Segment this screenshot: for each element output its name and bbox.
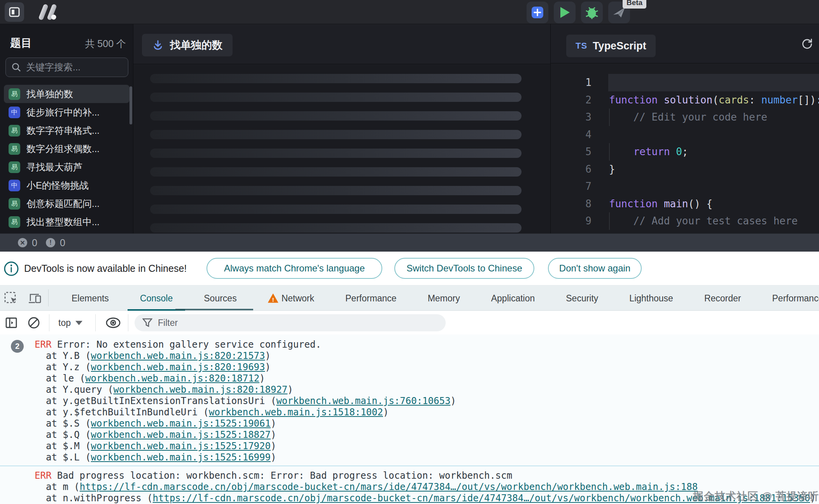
code-line[interactable]: 9 // Add your test cases here xyxy=(551,212,819,230)
inspect-element-icon[interactable] xyxy=(4,291,18,305)
filter-funnel-icon xyxy=(142,318,152,327)
source-link[interactable]: workbench.web.main.js:1525:16999 xyxy=(91,452,271,463)
reset-code-button[interactable] xyxy=(801,38,813,50)
sidebar-item[interactable]: 易找单独的数 xyxy=(4,85,130,103)
match-language-button[interactable]: Always match Chrome's language xyxy=(206,258,382,279)
sidebar-item[interactable]: 易数字分组求偶数... xyxy=(4,140,130,158)
source-link[interactable]: workbench.web.main.js:820:18712 xyxy=(85,373,259,384)
problem-list: 易找单独的数中徒步旅行中的补...易数字字符串格式...易数字分组求偶数...易… xyxy=(0,85,133,231)
stack-frame: at Y.query (workbench.web.main.js:820:18… xyxy=(0,384,819,396)
message-divider xyxy=(0,466,819,466)
sidebar-item[interactable]: 中小E的怪物挑战 xyxy=(4,176,130,194)
switch-to-chinese-button[interactable]: Switch DevTools to Chinese xyxy=(394,258,534,279)
devtools-tab-recorder[interactable]: Recorder xyxy=(689,285,757,311)
filter-box[interactable] xyxy=(135,314,446,331)
source-link[interactable]: workbench.web.main.js:820:19693 xyxy=(91,362,265,373)
devtools-tab-performance[interactable]: Performance xyxy=(757,285,819,311)
tabbar-scrollbar[interactable] xyxy=(175,309,253,310)
context-selector[interactable]: top xyxy=(58,311,82,335)
devtools-tabbar: ElementsConsoleSources!NetworkPerformanc… xyxy=(0,285,819,311)
sidebar-toggle-button[interactable] xyxy=(5,2,24,22)
code-line[interactable]: 5 return 0; xyxy=(551,143,819,161)
status-bar: ✕ 0 ! 0 xyxy=(0,233,819,252)
source-link[interactable]: workbench.web.main.js:1525:18827 xyxy=(91,429,271,440)
debug-button[interactable] xyxy=(581,2,603,23)
bug-icon xyxy=(585,6,599,19)
infobar-message: DevTools is now available in Chinese! xyxy=(24,252,187,285)
device-toolbar-icon[interactable] xyxy=(28,291,42,305)
run-button[interactable] xyxy=(554,2,576,23)
console-sidebar-icon[interactable] xyxy=(5,316,18,329)
difficulty-badge: 易 xyxy=(9,143,20,155)
code-line[interactable]: 7 xyxy=(551,178,819,195)
eye-icon[interactable] xyxy=(105,317,121,329)
stack-frame: at Y.z (workbench.web.main.js:820:19693) xyxy=(0,362,819,373)
devtools-tab-performance[interactable]: Performance xyxy=(330,285,412,311)
search-icon xyxy=(11,62,21,72)
code-line[interactable]: 8function main() { xyxy=(551,195,819,213)
sidebar-item[interactable]: 易数字字符串格式... xyxy=(4,121,130,140)
stack-frame: at $.M (workbench.web.main.js:1525:17920… xyxy=(0,441,819,452)
line-number: 3 xyxy=(551,108,592,126)
devtools-tab-security[interactable]: Security xyxy=(550,285,614,311)
sidebar-item[interactable]: 易寻找最大葫芦 xyxy=(4,158,130,176)
source-link[interactable]: workbench.web.main.js:1525:19061 xyxy=(91,418,271,429)
tab-label: Recorder xyxy=(704,286,741,311)
toolbar-separator xyxy=(49,314,49,331)
tab-label: Security xyxy=(566,286,598,311)
dont-show-again-button[interactable]: Don't show again xyxy=(548,258,642,279)
search-input[interactable] xyxy=(26,62,122,73)
language-tab[interactable]: TS TypeScript xyxy=(566,35,656,57)
tab-label: Performance xyxy=(772,286,819,311)
source-link[interactable]: workbench.web.main.js:760:10653 xyxy=(276,396,450,406)
problem-title: 徒步旅行中的补... xyxy=(26,106,100,119)
warnings-icon: ! xyxy=(46,238,55,247)
devtools-panel: DevTools is now available in Chinese! Al… xyxy=(0,252,819,504)
line-number: 9 xyxy=(551,212,592,230)
language-tab-label: TypeScript xyxy=(593,40,646,52)
clear-console-icon[interactable] xyxy=(27,316,40,329)
sidebar-item[interactable]: 易创意标题匹配问... xyxy=(4,194,130,213)
sidebar-title: 题目 xyxy=(10,36,32,51)
source-link[interactable]: workbench.web.main.js:1525:17920 xyxy=(91,441,271,452)
source-link[interactable]: workbench.web.main.js:1518:1002 xyxy=(209,407,383,418)
tab-label: Performance xyxy=(345,286,397,311)
code-line[interactable]: 4 xyxy=(551,126,819,144)
devtools-tab-lighthouse[interactable]: Lighthouse xyxy=(614,285,689,311)
filter-input[interactable] xyxy=(158,318,438,328)
code-line[interactable]: 2function solution(cards: number[]): xyxy=(551,91,819,109)
chevron-down-icon xyxy=(75,321,82,325)
code-line[interactable]: 1 xyxy=(551,74,819,91)
stack-frame: at $.S (workbench.web.main.js:1525:19061… xyxy=(0,418,819,429)
stack-frame: at $.Q (workbench.web.main.js:1525:18827… xyxy=(0,429,819,441)
search-box[interactable] xyxy=(5,58,128,77)
problem-title: 数字字符串格式... xyxy=(26,124,100,137)
sidebar-item[interactable]: 易找出整型数组中... xyxy=(4,213,130,231)
line-number: 1 xyxy=(551,74,592,91)
add-button[interactable] xyxy=(527,2,548,23)
code-editor[interactable]: 12function solution(cards: number[]):3 /… xyxy=(551,74,819,230)
beta-badge: Beta xyxy=(623,0,646,9)
devtools-tab-sources[interactable]: Sources xyxy=(188,285,252,311)
code-line[interactable]: 6} xyxy=(551,161,819,178)
source-link[interactable]: https://lf-cdn.marscode.cn/obj/marscode-… xyxy=(80,481,698,492)
sidebar-item[interactable]: 中徒步旅行中的补... xyxy=(4,103,130,121)
error-message: ERR Bad progress location: workbench.scm… xyxy=(0,470,819,481)
devtools-tab-network[interactable]: !Network xyxy=(252,285,330,311)
code-line[interactable]: 3 // Edit your code here xyxy=(551,108,819,126)
source-link[interactable]: workbench.web.main.js:820:21573 xyxy=(91,350,265,361)
devtools-tab-elements[interactable]: Elements xyxy=(56,285,124,311)
problem-title: 找出整型数组中... xyxy=(26,216,100,228)
devtools-tab-memory[interactable]: Memory xyxy=(412,285,476,311)
source-link[interactable]: workbench.web.main.js:820:18927 xyxy=(113,384,287,395)
line-number: 8 xyxy=(551,195,592,213)
difficulty-badge: 易 xyxy=(9,198,20,210)
console-toolbar: top xyxy=(0,311,819,335)
tab-label: Sources xyxy=(204,286,236,311)
problem-tab[interactable]: 找单独的数 xyxy=(142,34,233,56)
devtools-tab-console[interactable]: Console xyxy=(124,285,188,311)
sidebar-scrollbar[interactable] xyxy=(130,86,132,124)
devtools-tabs: ElementsConsoleSources!NetworkPerformanc… xyxy=(56,285,819,311)
devtools-tab-application[interactable]: Application xyxy=(476,285,551,311)
devtools-infobar: DevTools is now available in Chinese! Al… xyxy=(0,252,819,285)
